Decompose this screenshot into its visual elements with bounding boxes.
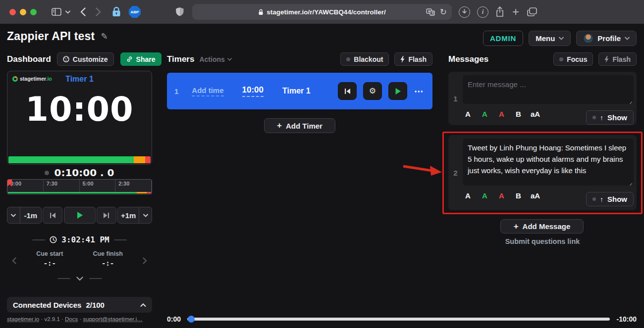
format-red-button[interactable]: A bbox=[496, 110, 507, 118]
format-autosize-button[interactable]: aA bbox=[530, 110, 540, 118]
controller-page: Zappier API test ✎ ADMIN Menu Profile Da… bbox=[0, 24, 644, 328]
elapsed-time-row: 0:10:00 . 0 bbox=[7, 167, 152, 179]
forward-button[interactable] bbox=[96, 7, 101, 16]
add-message-button[interactable]: + Add Message bbox=[500, 219, 584, 234]
timer-name[interactable]: Timer 1 bbox=[282, 87, 311, 95]
blackout-button[interactable]: Blackout bbox=[340, 52, 389, 66]
downloads-icon[interactable] bbox=[459, 6, 470, 18]
add-time-options-icon[interactable] bbox=[139, 207, 152, 223]
submit-questions-link[interactable]: Submit questions link bbox=[448, 237, 637, 245]
customize-button[interactable]: Customize bbox=[57, 52, 114, 66]
message-index: 2 bbox=[448, 135, 463, 210]
format-white-button[interactable]: A bbox=[463, 192, 473, 200]
edit-title-icon[interactable]: ✎ bbox=[101, 31, 107, 42]
timer-more-options-icon[interactable]: ⋯ bbox=[414, 86, 424, 97]
cue-section: Cue start -:- Cue finish -:- bbox=[7, 250, 152, 276]
subtract-time-options-icon[interactable] bbox=[7, 207, 20, 223]
translate-icon[interactable]: A文 bbox=[426, 8, 435, 16]
minimize-window-button[interactable] bbox=[20, 9, 26, 15]
message-input-1[interactable] bbox=[463, 75, 634, 104]
format-bold-button[interactable]: B bbox=[513, 192, 524, 200]
format-white-button[interactable]: A bbox=[463, 110, 473, 118]
show-message-1-button[interactable]: ↑ Show bbox=[586, 110, 634, 125]
timer-preview[interactable]: stagetimer.io Timer 1 10:00 bbox=[7, 71, 152, 165]
play-button[interactable] bbox=[64, 207, 96, 224]
timers-actions-dropdown[interactable]: Actions bbox=[199, 55, 231, 63]
tab-overview-icon[interactable] bbox=[527, 7, 537, 16]
focus-button[interactable]: Focus bbox=[553, 52, 593, 66]
format-autosize-button[interactable]: aA bbox=[530, 192, 540, 200]
timer-play-button[interactable] bbox=[388, 82, 407, 100]
add-1m-label[interactable]: +1m bbox=[118, 207, 139, 223]
show-dot-icon bbox=[592, 116, 596, 119]
timers-flash-button[interactable]: Flash bbox=[394, 52, 432, 66]
annotation-arrow bbox=[401, 162, 444, 177]
playback-bar: 0:00 -10:00 bbox=[167, 315, 637, 323]
message-input-2[interactable]: Tweet by Linh Phung Hoang: Sometimes I s… bbox=[463, 139, 634, 186]
app-footer: stagetimer.io · v2.9.1 · Docs · support@… bbox=[7, 316, 152, 322]
sidebar-toggle-icon[interactable] bbox=[52, 8, 61, 16]
page-title: Zappier API test bbox=[7, 30, 95, 43]
show-dot-icon bbox=[592, 197, 596, 201]
svg-text:文: 文 bbox=[430, 11, 434, 15]
add-time-link[interactable]: Add time bbox=[192, 86, 223, 96]
timer-settings-button[interactable]: ⚙ bbox=[363, 82, 382, 100]
plus-icon: + bbox=[514, 222, 519, 232]
sidebar-chevron-down-icon[interactable] bbox=[65, 10, 70, 14]
timer-duration[interactable]: 10:00 bbox=[242, 85, 264, 97]
divider bbox=[114, 239, 127, 240]
previous-timer-button[interactable] bbox=[43, 207, 62, 224]
url-lock-icon bbox=[258, 9, 264, 15]
timer-timeline[interactable]: 0:00 7:30 5:00 2:30 bbox=[7, 179, 152, 194]
format-green-button[interactable]: A bbox=[480, 192, 490, 200]
reload-icon[interactable]: ↻ bbox=[440, 7, 447, 17]
cue-finish-label: Cue finish bbox=[93, 250, 122, 257]
zoom-window-button[interactable] bbox=[30, 9, 37, 15]
add-timer-button[interactable]: + Add Timer bbox=[264, 118, 335, 133]
slider-thumb[interactable] bbox=[188, 316, 195, 323]
add-timer-label: Add Timer bbox=[286, 122, 322, 130]
divider bbox=[89, 278, 102, 279]
footer-support-link[interactable]: support@stagetimer.i… bbox=[83, 316, 142, 322]
format-bold-button[interactable]: B bbox=[513, 110, 524, 118]
connected-devices-bar[interactable]: Connected Devices 2/100 bbox=[7, 297, 152, 313]
avatar bbox=[583, 33, 593, 44]
footer-separator: · bbox=[41, 316, 43, 322]
footer-docs-link[interactable]: Docs bbox=[65, 316, 78, 322]
viewer-progress-bar bbox=[8, 156, 151, 163]
cue-previous-icon[interactable] bbox=[12, 257, 16, 266]
format-red-button[interactable]: A bbox=[496, 192, 507, 200]
shield-icon[interactable] bbox=[175, 7, 184, 17]
next-timer-button[interactable] bbox=[97, 207, 116, 224]
messages-flash-button[interactable]: Flash bbox=[598, 52, 637, 66]
show-message-2-button[interactable]: ↑ Show bbox=[586, 192, 634, 206]
playback-slider[interactable] bbox=[187, 318, 610, 321]
profile-button[interactable]: Profile bbox=[576, 31, 637, 46]
format-red-label: A bbox=[496, 110, 507, 118]
timer-row-active[interactable]: 1 Add time 10:00 Timer 1 ⚙ ⋯ bbox=[167, 73, 432, 109]
menu-button[interactable]: Menu bbox=[529, 31, 571, 46]
new-tab-icon[interactable]: + bbox=[512, 6, 519, 18]
address-bar[interactable]: stagetimer.io/r/YAWCBQ44/controller/ A文 … bbox=[192, 4, 452, 20]
format-green-button[interactable]: A bbox=[480, 110, 490, 118]
close-window-button[interactable] bbox=[9, 9, 16, 15]
subtract-1m-label[interactable]: -1m bbox=[20, 207, 41, 223]
privacy-lock-extension-icon[interactable] bbox=[111, 6, 122, 18]
wall-clock-row: 3:02:41 PM bbox=[7, 235, 152, 244]
cue-next-icon[interactable] bbox=[143, 257, 147, 266]
back-button[interactable] bbox=[80, 7, 86, 16]
cue-finish-value: -:- bbox=[93, 259, 122, 267]
add-time-button[interactable]: +1m bbox=[117, 207, 152, 224]
footer-version: v2.9.1 bbox=[44, 316, 59, 322]
reader-info-icon[interactable]: i bbox=[477, 6, 488, 18]
url-text: stagetimer.io/r/YAWCBQ44/controller/ bbox=[267, 8, 385, 16]
share-icon[interactable] bbox=[495, 6, 504, 17]
share-button[interactable]: Share bbox=[120, 52, 161, 66]
lightning-bolt-icon bbox=[604, 56, 609, 63]
collapse-chevron-down-icon[interactable] bbox=[76, 274, 83, 283]
subtract-time-button[interactable]: -1m bbox=[7, 207, 42, 224]
admin-button[interactable]: ADMIN bbox=[483, 31, 523, 46]
footer-site-link[interactable]: stagetimer.io bbox=[7, 316, 39, 322]
restart-timer-button[interactable] bbox=[338, 82, 357, 100]
adblock-extension-icon[interactable]: ABP bbox=[129, 6, 141, 18]
